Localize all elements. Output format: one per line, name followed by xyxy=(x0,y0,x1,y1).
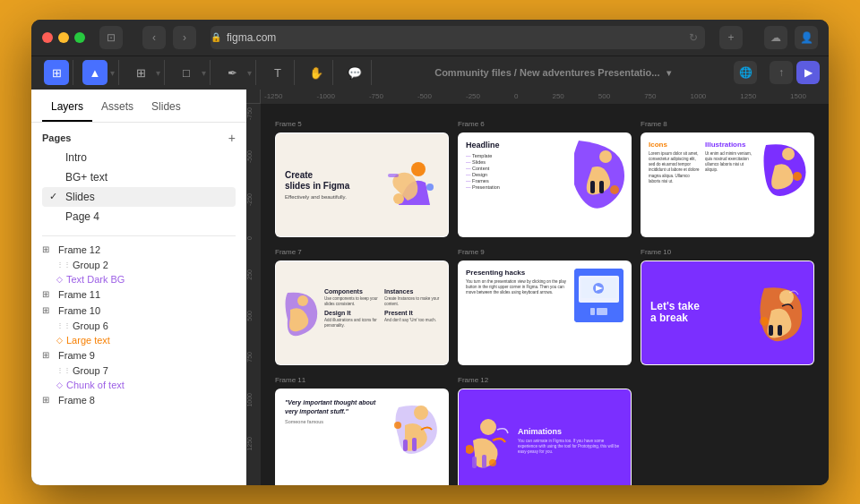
slide-wrap-10: Frame 10 Let's takea break xyxy=(641,261,814,365)
slide-content-7: Components Use components to keep your s… xyxy=(276,261,448,364)
svg-rect-2 xyxy=(388,174,399,177)
reload-icon[interactable]: ↻ xyxy=(689,31,705,44)
frame-large-text[interactable]: ◇ Large text xyxy=(31,333,246,347)
slide-card-8[interactable]: Icons Lorem ipsum dolor sit amet, consec… xyxy=(641,132,814,237)
frame-group2[interactable]: ⋮⋮ Group 2 xyxy=(31,258,246,272)
play-button[interactable]: ▶ xyxy=(796,61,820,84)
sidebar-toggle[interactable]: ⊡ xyxy=(99,26,123,49)
hash-icon-10: ⊞ xyxy=(42,305,55,315)
tab-slides[interactable]: Slides xyxy=(142,97,190,122)
svg-point-26 xyxy=(480,419,496,435)
tab-assets[interactable]: Assets xyxy=(92,97,142,122)
svg-point-3 xyxy=(426,184,434,191)
slide-inner-10: Let's takea break xyxy=(641,261,813,364)
profile-icon[interactable]: 👤 xyxy=(795,26,818,49)
figma-toolbar: ⊞ ▲ ▾ ⊞ ▾ □ ▾ ✒ ▾ T ✋ 💬 Community files … xyxy=(31,56,829,90)
slide-card-5[interactable]: Createslides in Figma Effectively and be… xyxy=(275,132,449,237)
slide-wrap-12: Frame 12 xyxy=(458,389,632,485)
back-button[interactable]: ‹ xyxy=(142,26,166,49)
slide5-text: Createslides in Figma Effectively and be… xyxy=(285,170,375,200)
frame-text-dark-bg[interactable]: ◇ Text Dark BG xyxy=(31,272,246,286)
frame-item-8[interactable]: ⊞ Frame 8 xyxy=(31,392,246,408)
slide11-figure xyxy=(394,398,439,452)
page-item-page4[interactable]: Page 4 xyxy=(42,207,236,226)
svg-point-0 xyxy=(411,162,426,176)
slide-card-12[interactable]: Animations You can animate in Figma too.… xyxy=(458,389,632,485)
page-item-bg-text[interactable]: BG+ text xyxy=(42,167,236,187)
slide10-figure xyxy=(755,284,804,342)
frame-label-12: Frame 12 xyxy=(458,376,488,384)
slide7-present-text: And don't say 'Um' too much. xyxy=(384,318,441,323)
slide7-grid: Components Use components to keep your s… xyxy=(324,288,441,329)
comment-tool[interactable]: 💬 xyxy=(342,60,367,85)
slide11-quote: "Very important thought aboutvery import… xyxy=(285,398,387,416)
slide8-illus-text: Ut enim ad minim veniam, quis nostrud ex… xyxy=(705,151,756,174)
diamond-icon: ◇ xyxy=(56,275,63,284)
slide8-icons-text: Lorem ipsum dolor sit amet, consectetur … xyxy=(649,151,700,185)
svg-point-18 xyxy=(779,290,794,304)
maximize-button[interactable] xyxy=(74,32,85,43)
pages-title: Pages xyxy=(42,132,71,143)
globe-icon[interactable]: 🌐 xyxy=(734,61,757,84)
list-item: Presentation xyxy=(466,184,569,191)
slide9-title: Presenting hacks xyxy=(466,269,567,277)
url-text: figma.com xyxy=(227,31,276,44)
minimize-button[interactable] xyxy=(58,32,69,43)
frame-label-8: Frame 8 xyxy=(641,120,667,128)
frame-tool[interactable]: ⊞ xyxy=(128,60,153,85)
cursor-tool[interactable]: ▲ xyxy=(82,60,108,85)
slide12-title: Animations xyxy=(518,427,624,436)
forward-button[interactable]: › xyxy=(173,26,196,49)
canvas-area[interactable]: Frame 5 Createslides in Figma Effectivel… xyxy=(261,104,829,485)
frame-label-5: Frame 5 xyxy=(275,120,302,128)
page-item-intro[interactable]: Intro xyxy=(42,148,236,167)
pen-tool[interactable]: ✒ xyxy=(219,60,245,85)
frame-chunk-of-text[interactable]: ◇ Chunk of text xyxy=(31,378,246,392)
new-tab-button[interactable]: + xyxy=(719,26,743,49)
svg-rect-20 xyxy=(778,325,782,336)
slides-grid: Frame 5 Createslides in Figma Effectivel… xyxy=(275,118,814,485)
tab-layers[interactable]: Layers xyxy=(42,97,92,122)
slide-card-7[interactable]: Components Use components to keep your s… xyxy=(275,261,449,365)
slide-wrap-5: Frame 5 Createslides in Figma Effectivel… xyxy=(275,132,449,237)
page-item-slides[interactable]: ✓ Slides xyxy=(42,187,236,207)
slide10-big: Let's takea break xyxy=(650,301,700,324)
slide-content-11: "Very important thought aboutvery import… xyxy=(276,389,448,485)
frame-group6[interactable]: ⋮⋮ Group 6 xyxy=(31,319,246,333)
frame-label-7: Frame 7 xyxy=(275,248,302,256)
frame-group7[interactable]: ⋮⋮ Group 7 xyxy=(31,363,246,378)
frame-label-9: Frame 9 xyxy=(458,248,485,256)
tool-group-comment: 💬 xyxy=(339,60,372,85)
slide-wrap-7: Frame 7 xyxy=(275,261,449,365)
slide12-right: Animations You can animate in Figma too.… xyxy=(518,427,624,456)
slide9-left: Presenting hacks You turn on the present… xyxy=(466,269,567,357)
address-bar[interactable]: 🔒 figma.com ↻ xyxy=(211,26,705,49)
svg-rect-6 xyxy=(599,181,604,193)
hand-tool[interactable]: ✋ xyxy=(304,60,329,85)
svg-rect-17 xyxy=(597,308,607,315)
divider xyxy=(42,235,236,236)
slide-card-6[interactable]: Headline Template Slides Content Design … xyxy=(458,132,632,237)
slide9-text: You turn on the presentation view by cli… xyxy=(466,279,567,296)
slide8-figure xyxy=(761,141,806,229)
pages-header: Pages + xyxy=(42,132,236,144)
close-button[interactable] xyxy=(42,32,53,43)
slide-card-9[interactable]: Presenting hacks You turn on the present… xyxy=(458,261,632,365)
slide-card-11[interactable]: "Very important thought aboutvery import… xyxy=(275,389,449,485)
shape-tool[interactable]: □ xyxy=(174,60,199,85)
svg-rect-24 xyxy=(412,438,417,451)
frame-item-12[interactable]: ⊞ Frame 12 xyxy=(31,242,246,258)
slide7-design-text: Add illustrations and icons for personal… xyxy=(324,318,381,329)
slide-card-10[interactable]: Let's takea break xyxy=(641,261,814,365)
slide7-components-text: Use components to keep your slides consi… xyxy=(324,296,381,307)
text-tool[interactable]: T xyxy=(265,60,290,85)
add-page-button[interactable]: + xyxy=(228,132,236,144)
share-button[interactable]: ↑ xyxy=(770,61,793,84)
title-bar: ⊡ ‹ › 🔒 figma.com ↻ + ☁ 👤 xyxy=(31,20,829,56)
figma-menu-button[interactable]: ⊞ xyxy=(44,60,69,85)
slide-content-12: Animations You can animate in Figma too.… xyxy=(459,389,631,485)
ruler-h-labels: -1250 -1000 -750 -500 -250 0 250 500 750… xyxy=(261,90,829,104)
frame-item-11[interactable]: ⊞ Frame 11 xyxy=(31,286,246,303)
frame-item-9[interactable]: ⊞ Frame 9 xyxy=(31,347,246,363)
frame-item-10[interactable]: ⊞ Frame 10 xyxy=(31,303,246,319)
